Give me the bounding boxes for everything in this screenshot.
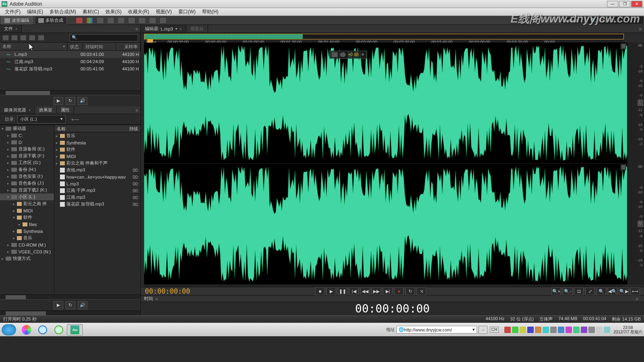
new-file-icon[interactable] [20, 35, 27, 41]
panel-menu-button[interactable]: ≡ [634, 296, 641, 301]
files-hscroll[interactable] [0, 90, 140, 95]
tree-item[interactable]: ▸CD-ROM (M:) [0, 241, 54, 248]
autoplay-button[interactable]: 🔊 [78, 97, 87, 105]
tree-item[interactable]: ▸音源备用 (E:) [0, 146, 54, 152]
menu-item[interactable]: 文件(F) [2, 8, 24, 16]
hud-overlay[interactable]: +0 dB ✕ [329, 51, 367, 59]
close-button[interactable]: ✕ [631, 1, 642, 7]
menu-item[interactable]: 素材(C) [79, 8, 102, 16]
col-duration[interactable]: 持续时间 [83, 43, 116, 50]
import-icon[interactable] [29, 35, 35, 41]
tray-icon[interactable] [588, 327, 595, 333]
skip-start-button[interactable]: |◀ [349, 287, 359, 295]
taskbar-app-icon[interactable] [19, 324, 35, 335]
waveform-mode-button[interactable]: 波形编辑 [1, 16, 33, 25]
waveform-display[interactable]: ◫ +0 dB ✕ ◫ [144, 43, 627, 285]
channel-options-icon[interactable]: ◫ [621, 43, 626, 49]
browser-item[interactable]: ▸Synthesia [54, 139, 140, 146]
col-samplerate[interactable]: 采样率 [116, 43, 140, 50]
tool-icon[interactable] [128, 17, 135, 24]
tray-icon[interactable] [596, 327, 603, 333]
tree-item[interactable]: ▸工作区 (G:) [0, 159, 54, 166]
forward-button[interactable]: ▶▶ [372, 287, 381, 295]
zoom-in-right-icon[interactable]: 🔍▶ [619, 287, 629, 295]
menu-item[interactable]: 多轨合成(M) [46, 8, 79, 16]
tray-icon[interactable] [550, 327, 557, 333]
tray-icon[interactable] [604, 327, 610, 333]
tree-item[interactable]: ▸音色备份 (J:) [0, 180, 54, 187]
menu-item[interactable]: 视图(V) [153, 8, 175, 16]
tree-item[interactable]: ▸D: [0, 139, 54, 146]
files-tab[interactable]: 文件× [0, 25, 22, 33]
tool-icon[interactable] [138, 17, 146, 24]
tool-icon[interactable] [149, 17, 156, 24]
tree-item[interactable]: ▸C: [0, 132, 54, 139]
browser-item[interactable]: ▸MIDI [54, 153, 140, 160]
tree-item[interactable]: ▸彩云之南 伴 [0, 200, 54, 207]
browser-item[interactable]: ▸音乐 [54, 132, 140, 139]
browser-item[interactable]: L.mp300: [54, 180, 140, 187]
zoom-in-icon[interactable]: 🔍+ [551, 287, 561, 295]
browser-item[interactable]: 江南 干声.mp300: [54, 187, 140, 194]
browser-item[interactable]: ▸彩云之南 伴奏和干声 [54, 160, 140, 167]
tray-icon[interactable] [566, 327, 572, 333]
zoom-out-full-icon[interactable]: ⟷ [630, 287, 640, 295]
hud-knob-icon[interactable] [340, 52, 346, 57]
loop-button[interactable]: ↻ [66, 301, 75, 309]
tree-hscroll[interactable] [0, 294, 140, 299]
open-folder-icon[interactable] [2, 35, 9, 41]
menu-item[interactable]: 编辑(E) [24, 8, 46, 16]
menu-item[interactable]: 收藏夹(R) [125, 8, 153, 16]
menu-item[interactable]: 窗口(W) [175, 8, 199, 16]
browser-item[interactable]: how+can...ke+you+happy.wav00: [54, 173, 140, 180]
right-channel-badge[interactable]: R [638, 221, 643, 227]
tray-icon[interactable] [581, 327, 587, 333]
play-button[interactable]: ▶ [326, 287, 336, 295]
channel-options-icon[interactable]: ◫ [621, 165, 626, 170]
skip-selection-button[interactable]: ⤭ [417, 287, 426, 295]
tree-item[interactable]: ▸files [0, 221, 54, 228]
browser-item[interactable]: 吉他.mp300: [54, 167, 140, 173]
waveform-overview[interactable] [144, 34, 624, 39]
tree-item[interactable]: ▸备份 (H:) [0, 166, 54, 173]
loop-button[interactable]: ↻ [66, 97, 75, 105]
play-button[interactable]: ▶ [54, 301, 63, 309]
hud-close-icon[interactable]: ✕ [361, 52, 364, 57]
big-timecode[interactable]: 00:00:00:00 [141, 302, 644, 315]
autoplay-button[interactable]: 🔊 [78, 301, 87, 309]
panel-tab[interactable]: 媒体浏览器× [0, 106, 35, 114]
file-row[interactable]: ⁓L.mp300:03:41:0044100 H [0, 51, 140, 58]
skip-end-button[interactable]: ▶| [383, 287, 392, 295]
panel-tab[interactable]: 属性 [57, 106, 74, 114]
tray-icon[interactable] [558, 327, 564, 333]
files-search-input[interactable]: 🔍 [70, 34, 138, 41]
tree-item[interactable]: ▸音乐 [0, 234, 54, 241]
tree-item[interactable]: ▸音源下载2 (K:) [0, 187, 54, 193]
tray-icon[interactable] [535, 327, 541, 333]
maximize-button[interactable]: ❐ [619, 1, 630, 7]
tray-icon[interactable] [512, 327, 518, 333]
record-button[interactable]: ● [394, 287, 404, 295]
tree-item[interactable]: ▸VGEE_CD3 (N:) [0, 248, 54, 255]
stop-button[interactable]: ■ [315, 287, 325, 295]
left-channel[interactable]: ◫ +0 dB ✕ [144, 43, 627, 164]
tree-item[interactable]: ▾软件 [0, 214, 54, 221]
tree-item[interactable]: ▾小区 (L:) [0, 193, 54, 200]
tray-icon[interactable] [573, 327, 580, 333]
zoom-selection-icon[interactable]: ⤢ [585, 287, 595, 295]
tree-item[interactable]: ▸MIDI [0, 207, 54, 214]
mixer-tab[interactable]: 混音台 [186, 25, 208, 33]
timeline-ruler[interactable]: 12 fps 00:00:20:0000:00:40:0000:01:00:00… [144, 39, 625, 43]
play-button[interactable]: ▶ [54, 97, 63, 105]
browser-item[interactable]: 落花叹 加导唱.mp300: [54, 201, 140, 208]
tool-icon[interactable] [76, 17, 83, 24]
taskbar-clock[interactable]: 23:58 2012/7/7 星期六 [613, 325, 642, 334]
file-row[interactable]: ⁓落花叹 加导唱.mp300:05:41:0644100 H [0, 65, 140, 72]
zoom-icon[interactable]: 🔍 [597, 287, 606, 295]
path-select[interactable]: 小区 (L:)▾ [17, 115, 66, 123]
col-status[interactable]: 状态 [68, 43, 83, 50]
browser-item[interactable]: 江南.mp300: [54, 194, 140, 201]
tree-item[interactable]: ▸音源下载 (F:) [0, 152, 54, 159]
menu-item[interactable]: 效果(S) [102, 8, 125, 16]
rewind-button[interactable]: ◀◀ [360, 287, 370, 295]
